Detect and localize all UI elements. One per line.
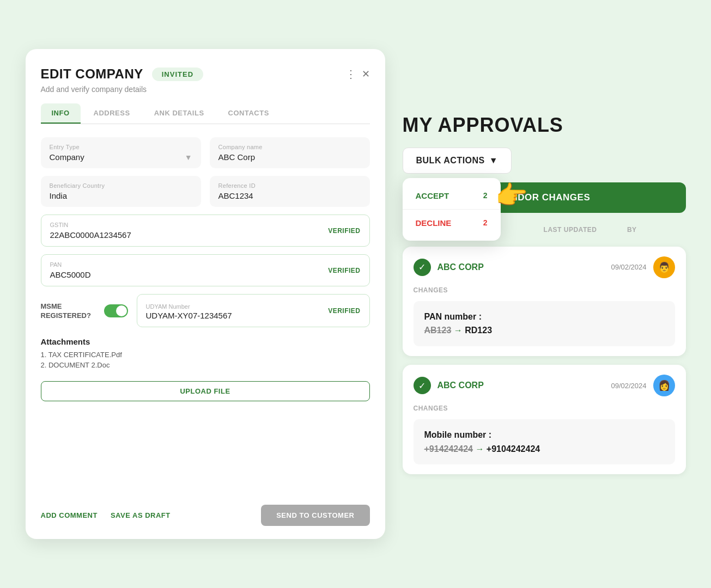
msme-sublabel: REGISTERED?	[41, 311, 95, 320]
right-panel: MY APPROVALS BULK ACTIONS ▼ ACCEPT 2 DEC…	[403, 114, 686, 474]
decline-option[interactable]: DECLINE 2	[403, 212, 501, 234]
card-2-changes-label: CHANGES	[414, 403, 675, 413]
attachment-1: 1. TAX CERTIFICATE.Pdf	[41, 351, 370, 359]
reference-id-value: ABC1234	[218, 191, 361, 200]
upload-file-button[interactable]: UPLOAD FILE	[41, 381, 370, 401]
beneficiary-country-value: India	[50, 191, 192, 200]
pan-label: PAN	[50, 261, 361, 268]
panel-header: EDIT COMPANY INVITED ⋮ ✕	[41, 66, 370, 82]
tab-bar: INFO ADDRESS ANK DETAILS CONTACTS	[41, 103, 370, 124]
company-name-field[interactable]: Company name ABC Corp	[210, 137, 370, 168]
card-1-vendor-name: ABC CORP	[437, 262, 605, 272]
card-2-changes-box: Mobile number : +914242424 → +9104242424	[414, 419, 675, 464]
bulk-actions-row: BULK ACTIONS ▼ ACCEPT 2 DECLINE 2 👉	[403, 148, 686, 174]
udyam-label: UDYAM Number	[146, 303, 190, 310]
decline-count: 2	[483, 218, 488, 227]
dropdown-divider	[403, 209, 501, 210]
company-name-label: Company name	[218, 144, 361, 150]
form-row-1: Entry Type Company ▼ Company name ABC Co…	[41, 137, 370, 168]
approvals-title: MY APPROVALS	[403, 114, 686, 137]
card-2-check-icon[interactable]: ✓	[414, 377, 431, 394]
tab-ank-details[interactable]: ANK DETAILS	[143, 103, 215, 124]
tab-address[interactable]: ADDRESS	[83, 103, 141, 124]
pan-field[interactable]: PAN ABC5000D VERIFIED	[41, 254, 370, 286]
msme-toggle[interactable]	[104, 304, 128, 317]
reference-id-field[interactable]: Reference ID ABC1234	[210, 176, 370, 207]
invited-badge: INVITED	[152, 68, 203, 81]
card-1-arrow: →	[454, 326, 465, 335]
tab-info[interactable]: INFO	[41, 103, 81, 124]
card-1-change-field: PAN number :	[424, 312, 482, 321]
card-2-header: ✓ ABC CORP 09/02/2024 👩	[414, 375, 675, 396]
msme-label-block: MSME REGISTERED?	[41, 302, 95, 320]
beneficiary-country-field[interactable]: Beneficiary Country India	[41, 176, 201, 207]
entry-type-label: Entry Type	[50, 144, 192, 150]
form-row-2: Beneficiary Country India Reference ID A…	[41, 176, 370, 207]
pan-value: ABC5000D	[50, 270, 361, 279]
msme-row: MSME REGISTERED? UDYAM Number UDYAM-XY07…	[41, 294, 370, 327]
attachments-section: Attachments 1. TAX CERTIFICATE.Pdf 2. DO…	[41, 337, 370, 371]
accept-option[interactable]: ACCEPT 2	[403, 185, 501, 207]
gstin-verified-badge: VERIFIED	[328, 227, 360, 235]
msme-label: MSME	[41, 302, 95, 310]
th-last-updated: LAST UPDATED	[544, 226, 618, 234]
edit-company-panel: EDIT COMPANY INVITED ⋮ ✕ Add and verify …	[26, 49, 385, 539]
accept-count: 2	[483, 191, 488, 200]
tab-contacts[interactable]: CONTACTS	[217, 103, 280, 124]
toggle-knob	[116, 305, 127, 316]
gstin-label: GSTIN	[50, 222, 361, 228]
card-1-new-value: RD123	[465, 326, 492, 335]
decline-label: DECLINE	[416, 218, 452, 228]
header-actions: ⋮ ✕	[345, 68, 370, 81]
card-2-old-value: +914242424	[424, 444, 473, 454]
attachments-title: Attachments	[41, 337, 370, 346]
card-1-changes-box: PAN number : AB123 → RD123	[414, 301, 675, 346]
approval-card-2: ✓ ABC CORP 09/02/2024 👩 CHANGES Mobile n…	[403, 365, 686, 474]
beneficiary-country-label: Beneficiary Country	[50, 182, 192, 189]
entry-type-field[interactable]: Entry Type Company ▼	[41, 137, 201, 168]
bulk-actions-button[interactable]: BULK ACTIONS ▼	[403, 148, 512, 174]
gstin-field[interactable]: GSTIN 22ABC0000A1234567 VERIFIED	[41, 215, 370, 247]
panel-title: EDIT COMPANY	[41, 66, 143, 82]
bulk-actions-chevron: ▼	[489, 156, 498, 166]
entry-type-dropdown-icon[interactable]: ▼	[185, 153, 192, 162]
udyam-field[interactable]: UDYAM Number UDYAM-XY07-1234567 VERIFIED	[137, 294, 370, 327]
card-1-avatar: 👨	[653, 256, 675, 278]
card-2-date: 09/02/2024	[611, 382, 646, 390]
card-2-avatar: 👩	[653, 375, 675, 396]
more-options-icon[interactable]: ⋮	[345, 68, 356, 81]
th-by: BY	[627, 226, 677, 234]
card-2-vendor-name: ABC CORP	[437, 381, 605, 390]
bulk-actions-label: BULK ACTIONS	[416, 156, 485, 166]
card-1-check-icon[interactable]: ✓	[414, 259, 431, 276]
accept-label: ACCEPT	[416, 191, 449, 200]
add-comment-button[interactable]: ADD COMMENT	[41, 511, 98, 519]
pan-verified-badge: VERIFIED	[328, 267, 360, 274]
company-name-value: ABC Corp	[218, 152, 361, 162]
send-to-customer-button[interactable]: SEND TO CUSTOMER	[261, 505, 369, 526]
gstin-value: 22ABC0000A1234567	[50, 230, 361, 240]
close-icon[interactable]: ✕	[362, 68, 370, 80]
card-2-arrow: →	[475, 444, 486, 454]
card-2-change-field: Mobile number :	[424, 430, 492, 439]
save-as-draft-button[interactable]: SAVE AS DRAFT	[111, 511, 171, 519]
attachment-2: 2. DOCUMENT 2.Doc	[41, 361, 370, 369]
bulk-actions-dropdown: ACCEPT 2 DECLINE 2	[403, 178, 501, 241]
reference-id-label: Reference ID	[218, 182, 361, 189]
approval-card-1: ✓ ABC CORP 09/02/2024 👨 CHANGES PAN numb…	[403, 247, 686, 356]
entry-type-value: Company ▼	[50, 152, 192, 162]
bottom-actions: ADD COMMENT SAVE AS DRAFT SEND TO CUSTOM…	[41, 496, 370, 526]
panel-subtitle: Add and verify company details	[41, 85, 370, 94]
card-1-header: ✓ ABC CORP 09/02/2024 👨	[414, 256, 675, 278]
card-1-date: 09/02/2024	[611, 263, 646, 271]
udyam-verified-badge: VERIFIED	[328, 307, 360, 315]
card-1-changes-label: CHANGES	[414, 285, 675, 295]
card-1-old-value: AB123	[424, 326, 452, 335]
card-2-new-value: +9104242424	[487, 444, 540, 454]
